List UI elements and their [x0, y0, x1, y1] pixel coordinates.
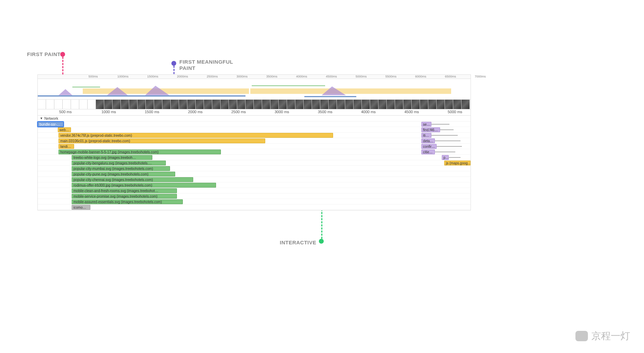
filmstrip-frame[interactable]	[179, 100, 187, 109]
filmstrip-frame[interactable]	[403, 100, 412, 109]
filmstrip-frame[interactable]	[462, 100, 470, 109]
network-row[interactable]: homepage-mobile-banner-5-5-17.jpg (image…	[38, 149, 471, 155]
filmstrip-frame[interactable]	[304, 100, 312, 109]
network-row[interactable]: popular-city-chennai.svg (images.treeboh…	[38, 177, 471, 182]
filmstrip-frame[interactable]	[345, 100, 354, 109]
overview-ruler[interactable]: 500ms1000ms1500ms2000ms2500ms3000ms3500m…	[38, 75, 471, 79]
filmstrip-frame[interactable]	[154, 100, 162, 109]
network-rows[interactable]: bundle-ssr-…se…web…find.f46…vendor.3674c…	[38, 121, 471, 210]
network-section[interactable]: ▼ Network bundle-ssr-…se…web…find.f46…ve…	[38, 116, 471, 210]
filmstrip-frame[interactable]	[221, 100, 229, 109]
filmstrip-frame[interactable]	[96, 100, 104, 109]
network-bar[interactable]: popular-city-bengaluru.svg (images.treeb…	[72, 161, 166, 165]
network-row[interactable]: web…find.f46…	[38, 127, 471, 133]
filmstrip-frame[interactable]	[428, 100, 437, 109]
filmstrip-frame[interactable]	[54, 100, 63, 109]
filmstrip-frame[interactable]	[262, 100, 270, 109]
filmstrip-frame[interactable]	[437, 100, 445, 109]
network-row[interactable]: rodimus-offer-trb300.jpg (images.treeboh…	[38, 182, 471, 188]
filmstrip-frame[interactable]	[196, 100, 204, 109]
network-bar[interactable]: vendor.3674c76f.js (preprod-static.treeb…	[59, 133, 333, 138]
network-row[interactable]: icomo…	[38, 205, 471, 210]
filmstrip-frame[interactable]	[88, 100, 96, 109]
disclosure-triangle-icon[interactable]: ▼	[40, 117, 43, 120]
filmstrip-frame[interactable]	[362, 100, 370, 109]
network-bar[interactable]: deta…	[421, 138, 435, 143]
filmstrip-frame[interactable]	[162, 100, 171, 109]
filmstrip-frame[interactable]	[453, 100, 462, 109]
filmstrip-frame[interactable]	[121, 100, 129, 109]
filmstrip-frame[interactable]	[378, 100, 387, 109]
filmstrip-frame[interactable]	[370, 100, 378, 109]
filmstrip-frame[interactable]	[395, 100, 403, 109]
network-bar[interactable]: mobile-service-promise.svg (images.treeb…	[72, 194, 177, 199]
filmstrip-frame[interactable]	[337, 100, 345, 109]
network-bar[interactable]: web…	[58, 127, 71, 132]
filmstrip-frame[interactable]	[287, 100, 295, 109]
network-row[interactable]: landi…confir…	[38, 144, 471, 149]
network-bar[interactable]: popular-city-chennai.svg (images.treeboh…	[72, 177, 193, 182]
filmstrip-frame[interactable]	[129, 100, 137, 109]
network-bar[interactable]: mobile-assured-essentials.svg (images.tr…	[72, 199, 183, 204]
network-row[interactable]: mobile-service-promise.svg (images.treeb…	[38, 193, 471, 199]
network-bar[interactable]: treebo-white-logo.svg (images.treeboh…	[72, 155, 152, 160]
network-row[interactable]: main.03106c01.js (preprod-static.treebo.…	[38, 138, 471, 144]
filmstrip-frame[interactable]	[387, 100, 395, 109]
network-row[interactable]: popular-city-mumbai.svg (images.treeboho…	[38, 166, 471, 171]
network-bar[interactable]: se…	[421, 122, 431, 127]
filmstrip-frame[interactable]	[412, 100, 420, 109]
filmstrip-frame[interactable]	[354, 100, 362, 109]
network-bar[interactable]: popular-city-mumbai.svg (images.treeboho…	[72, 166, 170, 171]
filmstrip-frame[interactable]	[229, 100, 237, 109]
network-bar[interactable]: landi…	[59, 144, 74, 149]
network-bar[interactable]: js (maps.goog…	[444, 161, 471, 165]
filmstrip[interactable]	[38, 100, 471, 109]
filmstrip-frame[interactable]	[204, 100, 212, 109]
filmstrip-frame[interactable]	[212, 100, 221, 109]
network-row[interactable]: mobile-assured-essentials.svg (images.tr…	[38, 199, 471, 205]
filmstrip-frame[interactable]	[146, 100, 154, 109]
filmstrip-frame[interactable]	[254, 100, 262, 109]
devtools-performance-panel[interactable]: 500ms1000ms1500ms2000ms2500ms3000ms3500m…	[37, 74, 471, 210]
filmstrip-frame[interactable]	[104, 100, 113, 109]
filmstrip-frame[interactable]	[71, 100, 79, 109]
filmstrip-frame[interactable]	[295, 100, 304, 109]
main-ruler[interactable]: 500 ms1000 ms1500 ms2000 ms2500 ms3000 m…	[38, 109, 471, 116]
network-row[interactable]: popular-city-bengaluru.svg (images.treeb…	[38, 160, 471, 166]
network-bar[interactable]: confir…	[421, 144, 437, 149]
filmstrip-frame[interactable]	[445, 100, 453, 109]
filmstrip-frame[interactable]	[279, 100, 287, 109]
network-bar[interactable]: bundle-ssr-…	[38, 122, 63, 127]
filmstrip-frame[interactable]	[245, 100, 254, 109]
network-bar[interactable]: find.f46…	[421, 127, 440, 132]
network-bar[interactable]: main.03106c01.js (preprod-static.treebo.…	[59, 138, 265, 143]
filmstrip-frame[interactable]	[171, 100, 179, 109]
network-row[interactable]: vendor.3674c76f.js (preprod-static.treeb…	[38, 133, 471, 138]
overview-chart[interactable]	[38, 79, 471, 100]
filmstrip-frame[interactable]	[320, 100, 329, 109]
network-bar[interactable]: mobile-clean-and-fresh-rooms.svg (images…	[72, 188, 177, 193]
network-row[interactable]: bundle-ssr-…se…	[38, 121, 471, 127]
network-bar[interactable]: citie…	[421, 150, 435, 154]
filmstrip-frame[interactable]	[46, 100, 54, 109]
filmstrip-frame[interactable]	[187, 100, 196, 109]
network-bar[interactable]: icomo…	[72, 205, 90, 210]
network-bar[interactable]: popular-city-pune.svg (images.treebohote…	[72, 172, 175, 176]
network-row[interactable]: mobile-clean-and-fresh-rooms.svg (images…	[38, 188, 471, 193]
filmstrip-frame[interactable]	[79, 100, 88, 109]
filmstrip-frame[interactable]	[312, 100, 320, 109]
filmstrip-frame[interactable]	[329, 100, 337, 109]
network-bar[interactable]: rodimus-offer-trb300.jpg (images.treeboh…	[72, 183, 216, 188]
network-bar[interactable]: p…	[442, 155, 449, 160]
network-header[interactable]: ▼ Network	[38, 116, 471, 121]
network-bar[interactable]: iti…	[421, 133, 431, 138]
filmstrip-frame[interactable]	[137, 100, 146, 109]
filmstrip-frame[interactable]	[113, 100, 121, 109]
network-row[interactable]: treebo-white-logo.svg (images.treeboh…p…	[38, 155, 471, 160]
filmstrip-frame[interactable]	[270, 100, 279, 109]
filmstrip-frame[interactable]	[420, 100, 428, 109]
filmstrip-frame[interactable]	[63, 100, 71, 109]
filmstrip-frame[interactable]	[38, 100, 46, 109]
filmstrip-frame[interactable]	[237, 100, 245, 109]
network-row[interactable]: popular-city-pune.svg (images.treebohote…	[38, 171, 471, 177]
